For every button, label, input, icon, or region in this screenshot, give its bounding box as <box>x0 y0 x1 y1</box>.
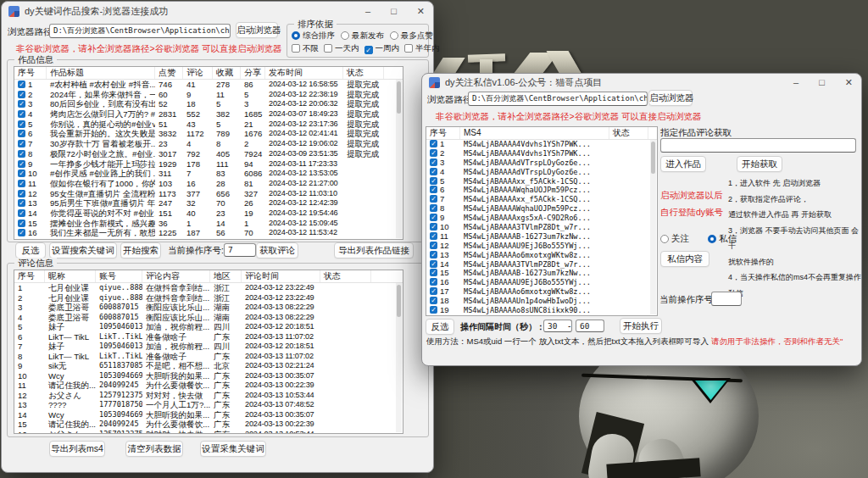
table-row[interactable]: ✓11 假如你在银行有了1000，你的... 103 16 28 81 2024… <box>14 179 403 189</box>
table-row[interactable]: 3 娄底卫浴哥 600887015 衡阳应该比乐山... 湖南 2024-03-… <box>14 303 403 313</box>
scrollbar[interactable] <box>650 140 656 314</box>
browser-path-input[interactable]: D:\百分浏览器\CentBrowser\Application\chrome.… <box>468 92 648 106</box>
check-icon[interactable]: ✓ <box>18 150 25 158</box>
sort-radio[interactable]: 最多点赞 <box>390 31 433 42</box>
table-row[interactable]: 11 请记住我的... 204099245 为什么要做餐饮... 广东 2024… <box>14 381 403 391</box>
table-row[interactable]: ✓5 MS4wLjABAAAAxx_f5ACkk-1CSQ... <box>426 177 657 186</box>
minimize-icon[interactable]: – <box>365 7 370 16</box>
sort-radio[interactable]: 综合排序 <box>292 31 335 42</box>
radio-icon[interactable] <box>341 31 349 40</box>
get-comments-button[interactable]: 获取评论 <box>256 242 298 258</box>
scrollbar-thumb[interactable] <box>397 285 401 317</box>
table-row[interactable]: ✓5 你别说，真的挺心动的#创业vlog 51 43 5 21 2024-03-… <box>14 119 403 130</box>
check-icon[interactable]: ✓ <box>430 297 437 304</box>
sort-radio[interactable]: 最新发布 <box>341 31 384 42</box>
time-filter-checkbox[interactable]: ✓一周内 <box>364 43 400 54</box>
check-icon[interactable]: ✓ <box>430 149 437 157</box>
check-icon[interactable]: ✓ <box>430 287 437 295</box>
table-row[interactable]: 9 sik无 65118370851 不是吧，相不想... 北京 2024-03… <box>14 361 403 371</box>
check-icon[interactable]: ✓ <box>18 81 25 88</box>
table-row[interactable]: 10 Wcy 1053094669 大胆听我的如果... 广东 2024-03-… <box>14 371 403 381</box>
table-row[interactable]: ✓1 MS4wLjABAAAA4Vdvhs1YSh7PWK... <box>426 140 657 149</box>
start-execute-button[interactable]: 开始执行 <box>620 318 662 334</box>
time-filter-checkbox[interactable]: 半年内 <box>404 43 440 54</box>
checkbox-icon[interactable] <box>292 44 300 53</box>
scrollbar-thumb[interactable] <box>397 81 401 114</box>
launch-browser-button[interactable]: 启动浏览器 <box>236 22 278 38</box>
table-row[interactable]: ✓14 MS4wLjABAAAA3TVlmPZ8Dt_w7r... <box>426 260 657 270</box>
current-index-input[interactable]: 7 <box>224 243 256 257</box>
enter-work-button[interactable]: 进入作品 <box>660 156 706 172</box>
table-row[interactable]: ✓6 MS4wLjABAAAAWqhaUOJPm59Pcz... <box>426 186 657 195</box>
check-icon[interactable]: ✓ <box>430 214 437 221</box>
dm-content-button[interactable]: 私信内容 <box>660 251 709 267</box>
check-icon[interactable]: ✓ <box>430 242 437 249</box>
radio-icon[interactable] <box>660 235 669 243</box>
clear-list-button[interactable]: 清空列表数据 <box>125 441 183 457</box>
interval-max-input[interactable]: 60 <box>576 320 604 332</box>
table-row[interactable]: 12 お父さん 1257912375 对对对，快去做 广东 2024-03-13… <box>14 391 403 401</box>
checkbox-icon[interactable] <box>404 44 413 53</box>
works-table[interactable]: 序号 作品标题 点赞 评论 收藏 分享 发布时间 状态 ✓1 #农村种植 #农村… <box>14 66 403 240</box>
ms4-table[interactable]: 序号 MS4 状态 ✓1 MS4wLjABAAAA4Vdvhs1YSh7PWK.… <box>426 126 658 316</box>
table-row[interactable]: ✓2 2024年，如果你来做抖音，一... 60 9 11 5 2024-03-… <box>14 90 403 100</box>
table-row[interactable]: ✓8 MS4wLjABAAAAWqhaUOJPm59Pcz... <box>426 204 657 214</box>
table-row[interactable]: 1 七月创业课 qiyue..888 在做抖音拿到结... 浙江 2024-03… <box>14 283 403 293</box>
check-icon[interactable]: ✓ <box>430 269 437 276</box>
table-row[interactable]: ✓3 MS4wLjABAAAAdVTrspLOyGoz6e... <box>426 158 657 168</box>
table-row[interactable]: ✓18 MS4wLjABAAAAUn1p4owHbIwoDj... <box>426 297 657 306</box>
table-row[interactable]: ✓7 MS4wLjABAAAAxx_f5ACkk-1CSQ... <box>426 195 657 204</box>
check-icon[interactable]: ✓ <box>18 130 25 137</box>
maximize-icon[interactable]: □ <box>819 78 825 87</box>
invert-selection-button[interactable]: 反选 <box>15 242 46 258</box>
export-work-links-button[interactable]: 导出列表作品链接 <box>334 242 414 258</box>
browser-path-input[interactable]: D:\百分浏览器\CentBrowser\Application\chrome.… <box>49 24 231 38</box>
scrollbar[interactable] <box>396 283 402 432</box>
check-icon[interactable]: ✓ <box>18 209 25 217</box>
table-row[interactable]: ✓2 MS4wLjABAAAA4Vdvhs1YSh7PWK... <box>426 149 657 158</box>
table-row[interactable]: ✓9 MS4wLjABAAAAxgs5xA-C9D2Ro6... <box>426 214 657 223</box>
checkbox-icon[interactable] <box>324 44 332 53</box>
check-icon[interactable]: ✓ <box>18 229 25 236</box>
table-row[interactable]: ✓13 95后男生下班做#直播切片 年... 247 32 70 26 2024… <box>14 198 403 208</box>
target-work-input[interactable] <box>660 138 856 153</box>
table-row[interactable]: ✓6 我会重新开始的。这次失败是... 3832 1172 789 1676 2… <box>14 129 403 139</box>
table-row[interactable]: ✓12 MS4wLjABAAAAU9EjJ6Bo555YWj... <box>426 242 657 251</box>
follow-radio[interactable]: 关注 <box>660 233 689 245</box>
invert-selection-button[interactable]: 反选 <box>426 319 454 335</box>
maximize-icon[interactable]: □ <box>391 7 397 16</box>
table-row[interactable]: 2 七月创业课 qiyue..888 在做抖音拿到结... 浙江 2024-03… <box>14 293 403 303</box>
set-collect-keywords-button[interactable]: 设置采集关键词 <box>200 441 266 457</box>
radio-icon[interactable] <box>708 235 716 243</box>
table-row[interactable]: ✓19 MS4wLjABAAAAo8sUNC8iikxk90... <box>426 306 657 315</box>
table-row[interactable]: ✓16 我们生来都是一无所有，敢想... 1225 187 56 70 2024… <box>14 228 403 238</box>
close-icon[interactable]: ✕ <box>417 7 425 16</box>
table-row[interactable]: ✓1 #农村种植 #农村创业 #抖音... 746 41 278 86 2024… <box>14 80 403 90</box>
check-icon[interactable]: ✓ <box>18 140 25 147</box>
table-row[interactable]: ✓10 #创作灵感 #创业路上的我们 ... 311 7 83 6086 202… <box>14 169 403 179</box>
table-row[interactable]: ✓12 95女生做#直播切片 全流程粉... 1173 377 656 327 … <box>14 189 403 199</box>
table-row[interactable]: 14 Wcy 1053094669 大胆听我的如果... 广东 2024-03-… <box>14 410 403 420</box>
scrollbar-thumb[interactable] <box>651 142 655 174</box>
table-row[interactable]: ✓4 烤肉店怎么做到日入7万的? #... 2831 552 382 1685 … <box>14 109 403 119</box>
scrollbar[interactable] <box>396 80 402 238</box>
table-row[interactable]: ✓3 80后回乡创业，到底有没有出... 52 18 5 3 2024-03-1… <box>14 99 403 109</box>
close-icon[interactable]: ✕ <box>845 78 853 87</box>
table-row[interactable]: 7 妹子 1095046013 加油，祝你前程... 四川 2024-03-12… <box>14 342 403 352</box>
table-row[interactable]: 5 妹子 1095046013 加油，祝你前程... 四川 2024-03-12… <box>14 322 403 332</box>
time-filter-checkbox[interactable]: 一天内 <box>324 43 359 54</box>
check-icon[interactable]: ✓ <box>430 260 437 268</box>
check-icon[interactable]: ✓ <box>430 177 437 185</box>
table-row[interactable]: ✓9 一年挣多少钱才能开上玛莎拉... 1929 178 111 94 2024… <box>14 159 403 170</box>
table-row[interactable]: ✓4 MS4wLjABAAAAdVTrspLOyGoz6e... <box>426 168 657 177</box>
current-index-input[interactable] <box>711 292 742 306</box>
check-icon[interactable]: ✓ <box>430 278 437 286</box>
check-icon[interactable]: ✓ <box>430 232 437 240</box>
minimize-icon[interactable]: – <box>793 78 798 87</box>
table-row[interactable]: 8 LikT— TikL LikT..TikL 准备做啥子 广东 2024-03… <box>14 352 403 362</box>
check-icon[interactable]: ✓ <box>18 180 25 187</box>
check-icon[interactable]: ✓ <box>18 120 25 128</box>
title-bar[interactable]: dy关注私信v1.06-公众号：猫哥点项目 – □ ✕ <box>422 74 861 91</box>
table-row[interactable]: 4 娄底卫浴哥 600887015 衡阳应该比乐山... 湖南 2024-03-… <box>14 313 403 323</box>
check-icon[interactable]: ✓ <box>18 100 25 108</box>
